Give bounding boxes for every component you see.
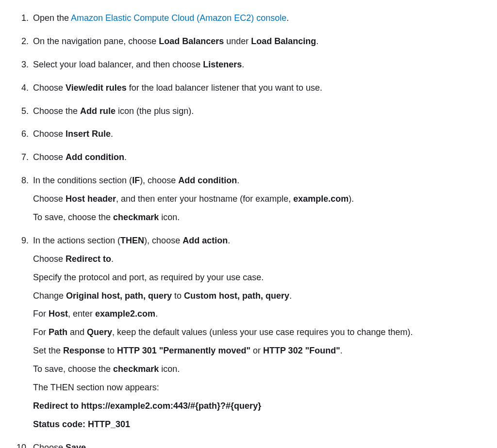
step-line: Choose Insert Rule. [33,128,487,141]
bold-text: Path [49,327,67,337]
step-line: Specify the protocol and port, as requir… [33,271,487,285]
bold-text: HTTP 302 "Found" [263,346,340,355]
text: ). [348,194,354,204]
bold-text: View/edit rules [66,83,127,93]
step-item: Choose the Add rule icon (the plus sign)… [31,105,487,118]
bold-text: checkmark [113,364,159,374]
text: . [111,254,114,264]
text: to [172,291,184,301]
text: Open the [33,13,71,23]
step-line: The THEN section now appears: [33,381,487,395]
text: Specify the protocol and port, as requir… [33,272,264,282]
bold-text: Load Balancing [251,36,316,46]
text: ), choose [144,236,182,245]
step-line: To save, choose the checkmark icon. [33,211,487,224]
bold-text: Add action [182,236,228,245]
text: . [228,236,230,245]
step-line: Choose the Add rule icon (the plus sign)… [33,105,487,118]
text: for the load balancer listener that you … [127,83,322,93]
step-line: Choose Host header, and then enter your … [33,192,487,206]
ec2-console-link[interactable]: Amazon Elastic Compute Cloud (Amazon EC2… [71,13,286,23]
text: to [105,346,117,355]
bold-text: Add condition [178,176,237,185]
text: Choose [33,194,66,204]
step-line: In the conditions section (IF), choose A… [33,174,487,188]
text: Set the [33,346,63,355]
text: The THEN section now appears: [33,383,159,392]
text: , and then enter your hostname (for exam… [116,194,293,204]
text: . [289,291,292,301]
bold-text: Redirect to [66,254,111,264]
text: . [86,443,88,448]
text: . [316,36,318,46]
text: . [155,309,158,319]
text: and [67,327,87,337]
text: For [33,309,49,319]
bold-text: Load Balancers [159,36,224,46]
step-item: Choose View/edit rules for the load bala… [31,81,487,95]
step-line: Open the Amazon Elastic Compute Cloud (A… [33,12,487,25]
text: Choose [33,443,66,448]
text: In the conditions section ( [33,176,132,185]
bold-text: Response [63,346,105,355]
bold-text: example2.com [95,309,155,319]
text: Choose [33,129,66,139]
text: . [286,13,289,23]
step-item: Choose Save. [31,441,487,448]
step-line: Choose Add condition. [33,151,487,164]
text: For [33,327,49,337]
text: , keep the default values (unless your u… [112,327,413,337]
bold-text: checkmark [113,212,159,222]
bold-text: Insert Rule [66,129,111,139]
text: Choose [33,254,66,264]
step-item: On the navigation pane, choose Load Bala… [31,35,487,48]
text: icon (the plus sign). [116,106,194,116]
step-line: For Host, enter example2.com. [33,307,487,321]
step-line: In the actions section (THEN), choose Ad… [33,234,487,248]
text: . [111,129,113,139]
text: Choose [33,83,66,93]
steps-list: Open the Amazon Elastic Compute Cloud (A… [10,12,487,448]
bold-text: Custom host, path, query [184,291,289,301]
step-line: Set the Response to HTTP 301 "Permanentl… [33,344,487,358]
text: . [124,152,127,162]
bold-text: Redirect to https://example2.com:443/#{p… [33,401,261,411]
text: Choose the [33,106,80,116]
text: To save, choose the [33,212,113,222]
text: Change [33,291,66,301]
step-item: In the actions section (THEN), choose Ad… [31,234,487,432]
step-line: Status code: HTTP_301 [33,418,487,432]
text: In the actions section ( [33,236,120,245]
text: icon. [159,212,180,222]
bold-text: Host header [66,194,116,204]
step-item: In the conditions section (IF), choose A… [31,174,487,224]
text: . [340,346,343,355]
step-line: Change Original host, path, query to Cus… [33,289,487,303]
instructions-page: Open the Amazon Elastic Compute Cloud (A… [0,0,497,448]
bold-text: Add condition [66,152,124,162]
step-line: Choose Redirect to. [33,253,487,266]
text: ), choose [140,176,178,185]
bold-text: Listeners [203,60,242,69]
text: or [250,346,263,355]
bold-text: example.com [293,194,348,204]
text: On the navigation pane, choose [33,36,159,46]
step-item: Select your load balancer, and then choo… [31,58,487,72]
bold-text: Original host, path, query [66,291,172,301]
step-line: Select your load balancer, and then choo… [33,58,487,72]
text: under [224,36,251,46]
text: , enter [68,309,95,319]
step-item: Choose Insert Rule. [31,128,487,141]
step-line: On the navigation pane, choose Load Bala… [33,35,487,48]
text: . [237,176,239,185]
step-item: Open the Amazon Elastic Compute Cloud (A… [31,12,487,25]
bold-text: Host [49,309,68,319]
step-item: Choose Add condition. [31,151,487,164]
bold-text: Query [87,327,112,337]
text: Select your load balancer, and then choo… [33,60,203,69]
step-line: Choose Save. [33,441,487,448]
step-line: For Path and Query, keep the default val… [33,326,487,339]
step-line: Redirect to https://example2.com:443/#{p… [33,400,487,413]
bold-text: Status code: HTTP_301 [33,419,130,429]
bold-text: IF [132,176,140,185]
